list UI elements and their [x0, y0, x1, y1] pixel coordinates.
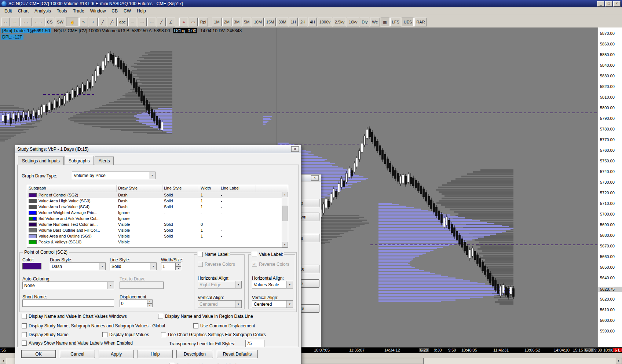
- table-row[interactable]: Bid Volume and Ask Volume Col...Ignore--…: [27, 216, 288, 221]
- use-common-displacement-checkbox[interactable]: Use Common Displacement: [193, 323, 255, 328]
- trendline-tool-icon[interactable]: ╱: [98, 18, 107, 26]
- timeframe-30m-button[interactable]: 30M: [277, 18, 288, 26]
- text-tool-button[interactable]: abc: [117, 18, 128, 26]
- background-dialog-button[interactable]: le: [299, 304, 319, 313]
- name-horizontal-align-select[interactable]: Right Edge▼: [198, 281, 242, 288]
- ok-button[interactable]: OK: [21, 350, 56, 358]
- timeframe-5m-button[interactable]: 5M: [242, 18, 251, 26]
- menu-item-cw[interactable]: CW: [121, 8, 134, 14]
- lfs-button[interactable]: LFS: [390, 18, 401, 26]
- spin-up-icon[interactable]: ▲: [147, 299, 153, 304]
- timeframe-1000v-button[interactable]: 1000v: [318, 18, 332, 26]
- column-header[interactable]: Line Label: [219, 185, 256, 192]
- value-vertical-align-select[interactable]: Centered▼: [252, 300, 293, 308]
- menu-item-tools[interactable]: Tools: [54, 8, 70, 14]
- scroll-right-icon[interactable]: ►: [616, 358, 622, 364]
- table-row[interactable]: Point of Control (SG2)DashSolid1-: [27, 192, 288, 198]
- timeframe-10kv-button[interactable]: 10kv: [347, 18, 359, 26]
- scroll-left-icon[interactable]: ◄: [0, 358, 6, 364]
- chart-settings-button[interactable]: CS: [45, 18, 54, 26]
- always-show-name-value-labels-checkbox[interactable]: Always Show Name and Value Labels When E…: [22, 341, 133, 346]
- bar-spacing-icon[interactable]: ↔: [1, 18, 10, 26]
- name-reverse-colors-checkbox[interactable]: Reverse Colors: [198, 262, 235, 267]
- cancel-button[interactable]: Cancel: [60, 350, 95, 358]
- menu-item-window[interactable]: Window: [87, 8, 109, 14]
- tab-subgraphs[interactable]: Subgraphs: [65, 156, 94, 165]
- tab-alerts[interactable]: Alerts: [95, 157, 114, 165]
- timeframe-4h-button[interactable]: 4H: [308, 18, 317, 26]
- background-dialog-titlebar[interactable]: ×: [298, 174, 321, 181]
- timeframe-weekly-button[interactable]: We: [370, 18, 380, 26]
- column-header[interactable]: Width: [199, 185, 219, 192]
- table-scrollbar[interactable]: ▲ ▼: [282, 192, 288, 247]
- table-row[interactable]: Value Area High Value (SG3)DashSolid1-: [27, 198, 288, 204]
- minimize-icon[interactable]: _: [597, 1, 604, 7]
- help-button[interactable]: Help: [138, 350, 173, 358]
- display-name-value-region-data-line-checkbox[interactable]: Display Name and Value in Region Data Li…: [158, 314, 253, 319]
- rectangle-tool-icon[interactable]: ▭: [189, 18, 198, 26]
- timeframe-2h-button[interactable]: 2H: [299, 18, 307, 26]
- dialog-titlebar[interactable]: Study Settings: VbP - 1 Days (ID:15) ×: [15, 145, 301, 153]
- timeframe-3m-button[interactable]: 3M: [232, 18, 241, 26]
- multi-line-tool-icon[interactable]: ≈: [179, 18, 188, 26]
- scroll-up-icon[interactable]: ▲: [282, 192, 288, 197]
- expand-bars-icon[interactable]: ←→: [33, 18, 44, 26]
- reset-defaults-button[interactable]: Reset Defaults: [217, 350, 258, 358]
- tpo-grid-icon[interactable]: ▦: [381, 18, 389, 26]
- short-name-input[interactable]: [22, 299, 114, 307]
- displacement-input[interactable]: [120, 299, 147, 307]
- auto-coloring-select[interactable]: None▼: [22, 282, 114, 289]
- name-label-checkbox[interactable]: Name Label:: [197, 252, 230, 257]
- price-scale[interactable]: 5870.005860.005850.005840.005830.005820.…: [598, 27, 622, 347]
- ray-tool-icon[interactable]: ╱·: [108, 18, 117, 26]
- replay-button[interactable]: Rpl: [198, 18, 208, 26]
- background-dialog-button[interactable]: p: [299, 199, 319, 207]
- timeframe-2m-button[interactable]: 2M: [222, 18, 231, 26]
- timeframe-1h-button[interactable]: 1H: [289, 18, 298, 26]
- close-icon[interactable]: ×: [311, 175, 319, 181]
- bar-spacing-wide-icon[interactable]: ⇔: [11, 18, 19, 26]
- column-header[interactable]: Draw Style: [117, 185, 162, 192]
- crosshair-tool-icon[interactable]: +: [89, 18, 98, 26]
- table-row[interactable]: Volume Weighted Average Pric...Ignore---: [27, 210, 288, 216]
- line-style-select[interactable]: Solid▼: [110, 262, 157, 270]
- ues-button[interactable]: UES: [402, 18, 414, 26]
- maximize-icon[interactable]: □: [605, 1, 612, 7]
- table-row[interactable]: Peaks & Valleys (SG10)Visible: [27, 239, 288, 245]
- displacement-stepper[interactable]: ▲▼: [120, 299, 153, 307]
- menu-item-cb[interactable]: CB: [109, 8, 121, 14]
- table-row[interactable]: Volume Bars Outline and Fill Col...Visib…: [27, 227, 288, 233]
- apply-button[interactable]: Apply: [99, 350, 134, 358]
- extending-line-tool-icon[interactable]: ·─: [147, 18, 156, 26]
- timeframe-1m-button[interactable]: 1M: [212, 18, 221, 26]
- use-chart-graphics-settings-checkbox[interactable]: Use Chart Graphics Settings For Subgraph…: [161, 332, 266, 337]
- background-dialog-button[interactable]: te: [299, 265, 319, 273]
- horizontal-ray-tool-icon[interactable]: ─·: [138, 18, 147, 26]
- table-scrollbar-thumb[interactable]: [282, 206, 288, 221]
- timeframe-10m-button[interactable]: 10M: [252, 18, 263, 26]
- width-size-stepper[interactable]: ▲▼: [161, 262, 181, 270]
- transparency-level-input[interactable]: [245, 340, 264, 347]
- study-window-button[interactable]: SW: [55, 18, 65, 26]
- scroll-down-icon[interactable]: ▼: [282, 242, 288, 247]
- pointer-tool-icon[interactable]: ↖: [79, 18, 88, 26]
- menu-item-help[interactable]: Help: [134, 8, 149, 14]
- spin-up-icon[interactable]: ▲: [176, 262, 181, 266]
- spin-down-icon[interactable]: ▼: [176, 266, 181, 271]
- table-row[interactable]: Value Area Low Value (SG4)DashSolid1-: [27, 204, 288, 210]
- timeframe-daily-button[interactable]: Dly: [360, 18, 369, 26]
- angle-tool-icon[interactable]: ∠: [167, 18, 175, 26]
- display-study-name-checkbox[interactable]: Display Study Name: [22, 332, 69, 337]
- scrollbar-thumb[interactable]: [299, 358, 424, 364]
- graph-draw-type-select[interactable]: Volume by Price▼: [72, 172, 156, 179]
- display-input-values-checkbox[interactable]: Display Input Values: [102, 332, 149, 337]
- spin-down-icon[interactable]: ▼: [147, 304, 153, 308]
- column-header[interactable]: Line Style: [162, 185, 199, 192]
- text-to-draw-input[interactable]: [120, 282, 164, 289]
- background-dialog-button[interactable]: e: [299, 279, 319, 288]
- tab-settings-and-inputs[interactable]: Settings and Inputs: [18, 157, 64, 165]
- background-dialog-button[interactable]: s: [299, 234, 319, 242]
- table-row[interactable]: Value Area and Outline (SG9)VisibleSolid…: [27, 233, 288, 239]
- display-study-name-subgraph-global-checkbox[interactable]: Display Study Name, Subgraph Names and S…: [22, 323, 165, 328]
- value-reverse-colors-checkbox[interactable]: ✓Reverse Colors: [252, 262, 289, 267]
